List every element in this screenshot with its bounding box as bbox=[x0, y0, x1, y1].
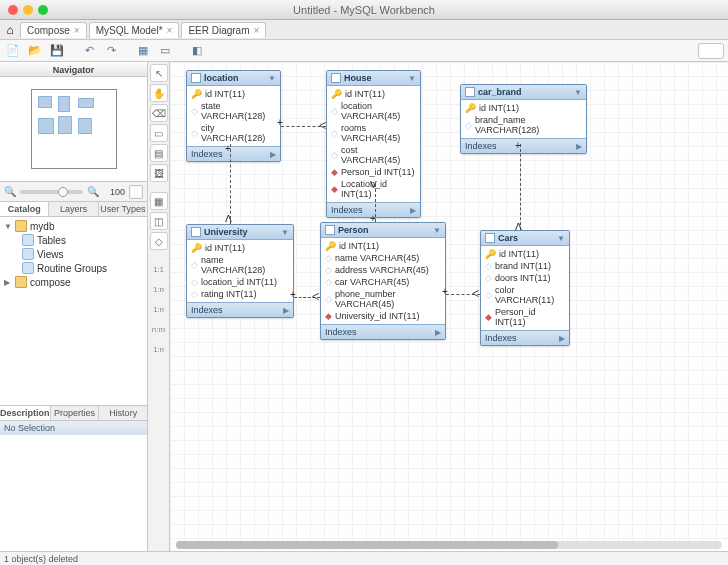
column-row[interactable]: ◆University_id INT(11) bbox=[321, 310, 445, 322]
tree-routine-groups[interactable]: Routine Groups bbox=[0, 261, 147, 275]
tab-layers[interactable]: Layers bbox=[49, 202, 98, 216]
column-row[interactable]: ◇location_id INT(11) bbox=[187, 276, 293, 288]
table-header[interactable]: Person▼ bbox=[321, 223, 445, 238]
zoom-slider[interactable] bbox=[20, 190, 83, 194]
tab-catalog[interactable]: Catalog bbox=[0, 202, 49, 216]
disclosure-icon[interactable]: ▶ bbox=[4, 278, 12, 287]
indexes-footer[interactable]: Indexes▶ bbox=[461, 138, 586, 153]
schema-tree[interactable]: ▼ mydb Tables Views Routine Groups ▶ com… bbox=[0, 217, 147, 405]
column-row[interactable]: ◇address VARCHAR(45) bbox=[321, 264, 445, 276]
close-icon[interactable]: × bbox=[167, 25, 173, 36]
tab-mysql-model[interactable]: MySQL Model* × bbox=[89, 22, 180, 38]
image-tool[interactable]: 🖼 bbox=[150, 164, 168, 182]
table-header[interactable]: Cars▼ bbox=[481, 231, 569, 246]
column-row[interactable]: ◆Person_id INT(11) bbox=[481, 306, 569, 328]
chevron-down-icon[interactable]: ▼ bbox=[268, 74, 276, 83]
tab-eer-diagram[interactable]: EER Diagram × bbox=[181, 22, 266, 38]
tab-user-types[interactable]: User Types bbox=[99, 202, 147, 216]
column-row[interactable]: ◇location VARCHAR(45) bbox=[327, 100, 420, 122]
column-row[interactable]: ◇city VARCHAR(128) bbox=[187, 122, 280, 144]
table-person[interactable]: Person▼🔑id INT(11)◇name VARCHAR(45)◇addr… bbox=[320, 222, 446, 340]
column-row[interactable]: ◇cost VARCHAR(45) bbox=[327, 144, 420, 166]
relation-1-n-identifying-tool[interactable]: 1:n bbox=[150, 300, 168, 318]
chevron-down-icon[interactable]: ▼ bbox=[408, 74, 416, 83]
redo-icon[interactable]: ↷ bbox=[102, 42, 120, 60]
zoom-reset-button[interactable] bbox=[129, 185, 143, 199]
table-cars[interactable]: Cars▼🔑id INT(11)◇brand INT(11)◇doors INT… bbox=[480, 230, 570, 346]
table-header[interactable]: University▼ bbox=[187, 225, 293, 240]
table-header[interactable]: location▼ bbox=[187, 71, 280, 86]
chevron-down-icon[interactable]: ▼ bbox=[557, 234, 565, 243]
chevron-down-icon[interactable]: ▼ bbox=[281, 228, 289, 237]
chevron-right-icon[interactable]: ▶ bbox=[435, 328, 441, 337]
table-location[interactable]: location▼🔑id INT(11)◇state VARCHAR(128)◇… bbox=[186, 70, 281, 162]
column-row[interactable]: ◇phone_number VARCHAR(45) bbox=[321, 288, 445, 310]
column-row[interactable]: ◇rooms VARCHAR(45) bbox=[327, 122, 420, 144]
indexes-footer[interactable]: Indexes▶ bbox=[321, 324, 445, 339]
column-row[interactable]: 🔑id INT(11) bbox=[187, 242, 293, 254]
pointer-tool[interactable]: ↖ bbox=[150, 64, 168, 82]
horizontal-scrollbar[interactable] bbox=[176, 541, 722, 549]
table-tool[interactable]: ▦ bbox=[150, 192, 168, 210]
chevron-right-icon[interactable]: ▶ bbox=[410, 206, 416, 215]
undo-icon[interactable]: ↶ bbox=[80, 42, 98, 60]
column-row[interactable]: ◇brand_name VARCHAR(128) bbox=[461, 114, 586, 136]
layer-tool[interactable]: ▭ bbox=[150, 124, 168, 142]
column-row[interactable]: ◇rating INT(11) bbox=[187, 288, 293, 300]
indexes-footer[interactable]: Indexes▶ bbox=[481, 330, 569, 345]
note-tool[interactable]: ▤ bbox=[150, 144, 168, 162]
column-row[interactable]: 🔑id INT(11) bbox=[481, 248, 569, 260]
zoom-in-icon[interactable]: 🔍 bbox=[87, 186, 99, 197]
relation-1-1-tool[interactable]: 1:1 bbox=[150, 260, 168, 278]
column-row[interactable]: 🔑id INT(11) bbox=[321, 240, 445, 252]
indexes-footer[interactable]: Indexes▶ bbox=[187, 146, 280, 161]
hand-tool[interactable]: ✋ bbox=[150, 84, 168, 102]
column-row[interactable]: ◇name VARCHAR(45) bbox=[321, 252, 445, 264]
relation-1-n-nonid-tool[interactable]: 1:n bbox=[150, 340, 168, 358]
relation-1-n-tool[interactable]: 1:n bbox=[150, 280, 168, 298]
chevron-down-icon[interactable]: ▼ bbox=[433, 226, 441, 235]
chevron-right-icon[interactable]: ▶ bbox=[270, 150, 276, 159]
close-icon[interactable]: × bbox=[74, 25, 80, 36]
tree-views[interactable]: Views bbox=[0, 247, 147, 261]
open-file-icon[interactable]: 📂 bbox=[26, 42, 44, 60]
close-icon[interactable]: × bbox=[254, 25, 260, 36]
search-input[interactable] bbox=[698, 43, 724, 59]
disclosure-icon[interactable]: ▼ bbox=[4, 222, 12, 231]
table-house[interactable]: House▼🔑id INT(11)◇location VARCHAR(45)◇r… bbox=[326, 70, 421, 218]
indexes-footer[interactable]: Indexes▶ bbox=[187, 302, 293, 317]
toggle-sidebar-icon[interactable]: ◧ bbox=[188, 42, 206, 60]
column-row[interactable]: 🔑id INT(11) bbox=[461, 102, 586, 114]
column-row[interactable]: ◇doors INT(11) bbox=[481, 272, 569, 284]
tab-description[interactable]: Description bbox=[0, 406, 51, 420]
navigator-thumbnail[interactable] bbox=[0, 77, 147, 182]
column-row[interactable]: ◇color VARCHAR(11) bbox=[481, 284, 569, 306]
tab-compose[interactable]: Compose × bbox=[20, 22, 87, 38]
description-text-area[interactable] bbox=[0, 435, 147, 545]
column-row[interactable]: ◇name VARCHAR(128) bbox=[187, 254, 293, 276]
tab-properties[interactable]: Properties bbox=[51, 406, 100, 420]
zoom-out-icon[interactable]: 🔍 bbox=[4, 186, 16, 197]
save-icon[interactable]: 💾 bbox=[48, 42, 66, 60]
column-row[interactable]: 🔑id INT(11) bbox=[187, 88, 280, 100]
column-row[interactable]: ◆Person_id INT(11) bbox=[327, 166, 420, 178]
new-file-icon[interactable]: 📄 bbox=[4, 42, 22, 60]
table-car-brand[interactable]: car_brand▼🔑id INT(11)◇brand_name VARCHAR… bbox=[460, 84, 587, 154]
table-header[interactable]: car_brand▼ bbox=[461, 85, 586, 100]
tree-tables[interactable]: Tables bbox=[0, 233, 147, 247]
table-university[interactable]: University▼🔑id INT(11)◇name VARCHAR(128)… bbox=[186, 224, 294, 318]
chevron-right-icon[interactable]: ▶ bbox=[559, 334, 565, 343]
chevron-right-icon[interactable]: ▶ bbox=[576, 142, 582, 151]
align-icon[interactable]: ▭ bbox=[156, 42, 174, 60]
column-row[interactable]: 🔑id INT(11) bbox=[327, 88, 420, 100]
relation-n-m-tool[interactable]: n:m bbox=[150, 320, 168, 338]
home-icon[interactable]: ⌂ bbox=[0, 23, 20, 37]
chevron-right-icon[interactable]: ▶ bbox=[283, 306, 289, 315]
eraser-tool[interactable]: ⌫ bbox=[150, 104, 168, 122]
chevron-down-icon[interactable]: ▼ bbox=[574, 88, 582, 97]
tree-db-compose[interactable]: ▶ compose bbox=[0, 275, 147, 289]
column-row[interactable]: ◇car VARCHAR(45) bbox=[321, 276, 445, 288]
routine-group-tool[interactable]: ◇ bbox=[150, 232, 168, 250]
diagram-canvas[interactable]: location▼🔑id INT(11)◇state VARCHAR(128)◇… bbox=[170, 62, 728, 551]
column-row[interactable]: ◇brand INT(11) bbox=[481, 260, 569, 272]
